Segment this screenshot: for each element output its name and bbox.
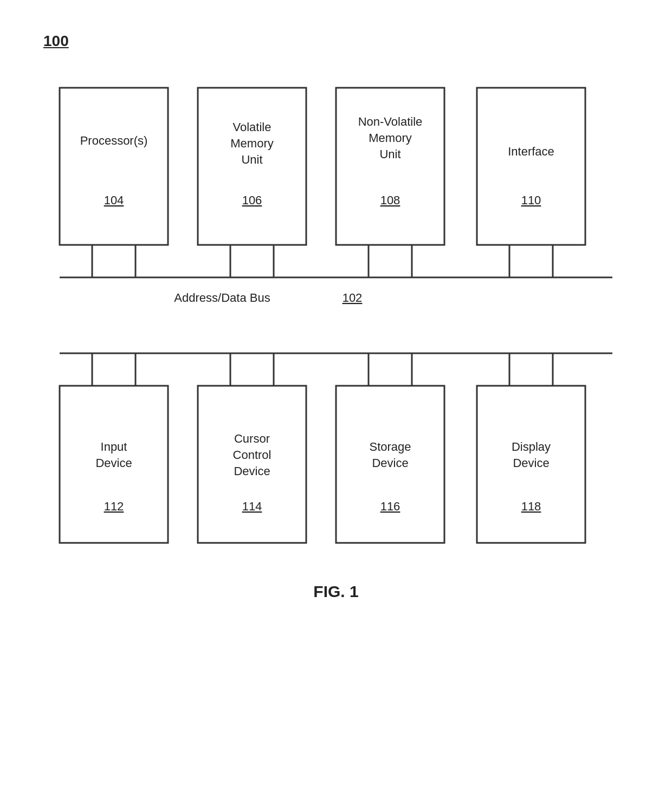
svg-text:110: 110 [521, 193, 541, 207]
svg-rect-8 [336, 88, 444, 245]
svg-rect-0 [60, 88, 168, 245]
svg-text:FIG. 1: FIG. 1 [313, 582, 358, 600]
svg-rect-3 [198, 88, 306, 245]
svg-text:Memory: Memory [369, 131, 411, 145]
svg-text:Interface: Interface [508, 145, 554, 158]
svg-text:Device: Device [95, 456, 132, 470]
svg-text:116: 116 [380, 500, 400, 513]
svg-text:104: 104 [104, 193, 124, 207]
svg-text:Volatile: Volatile [233, 120, 272, 134]
svg-text:Device: Device [234, 464, 270, 478]
svg-text:Device: Device [513, 456, 549, 470]
svg-text:Address/Data Bus: Address/Data Bus [174, 291, 270, 304]
svg-text:Device: Device [372, 456, 408, 470]
svg-text:Non-Volatile: Non-Volatile [358, 115, 423, 128]
svg-rect-13 [477, 88, 585, 245]
svg-text:Input: Input [101, 440, 127, 453]
svg-text:Memory: Memory [230, 137, 273, 150]
svg-text:112: 112 [104, 500, 124, 513]
svg-text:Display: Display [512, 440, 551, 453]
svg-text:Unit: Unit [379, 147, 400, 161]
svg-text:108: 108 [380, 193, 400, 207]
svg-text:114: 114 [242, 500, 262, 513]
svg-text:106: 106 [242, 193, 262, 207]
svg-text:Cursor: Cursor [234, 432, 270, 445]
svg-text:118: 118 [521, 500, 541, 513]
svg-text:Storage: Storage [369, 440, 411, 453]
svg-text:Processor(s): Processor(s) [80, 134, 148, 147]
diagram-number: 100 [43, 33, 69, 49]
svg-text:Control: Control [233, 448, 272, 462]
svg-text:Unit: Unit [241, 153, 262, 166]
main-diagram: Processor(s) 104 Volatile Memory Unit 10… [43, 66, 629, 798]
page: 100 Processor(s) 104 Volatile Memory Uni… [0, 0, 672, 810]
svg-text:102: 102 [343, 291, 363, 304]
